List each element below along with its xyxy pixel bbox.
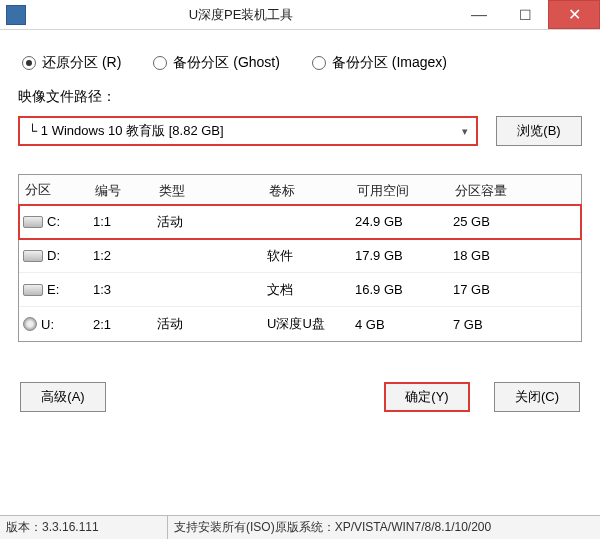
partition-table: 分区 编号 类型 卷标 可用空间 分区容量 C:1:1活动24.9 GB25 G… bbox=[18, 174, 582, 342]
table-header: 分区 编号 类型 卷标 可用空间 分区容量 bbox=[19, 175, 581, 205]
th-label[interactable]: 卷标 bbox=[263, 175, 351, 204]
window-title: U深度PE装机工具 bbox=[26, 6, 456, 24]
cell-partition: D: bbox=[47, 248, 60, 263]
radio-label: 备份分区 (Ghost) bbox=[173, 54, 280, 72]
cell-label: 文档 bbox=[267, 281, 355, 299]
radio-restore[interactable]: 还原分区 (R) bbox=[22, 54, 121, 72]
status-version: 版本：3.3.16.111 bbox=[0, 516, 168, 539]
content-area: 还原分区 (R) 备份分区 (Ghost) 备份分区 (Imagex) 映像文件… bbox=[0, 30, 600, 420]
cell-type: 活动 bbox=[157, 315, 267, 333]
radio-label: 还原分区 (R) bbox=[42, 54, 121, 72]
ok-button[interactable]: 确定(Y) bbox=[384, 382, 470, 412]
cell-partition: C: bbox=[47, 214, 60, 229]
table-row[interactable]: E:1:3文档16.9 GB17 GB bbox=[19, 273, 581, 307]
cell-type: 活动 bbox=[157, 213, 267, 231]
image-path-row: └ 1 Windows 10 教育版 [8.82 GB] ▾ 浏览(B) bbox=[18, 116, 582, 146]
cell-partition: U: bbox=[41, 317, 54, 332]
radio-icon bbox=[312, 56, 326, 70]
advanced-button[interactable]: 高级(A) bbox=[20, 382, 106, 412]
radio-icon bbox=[22, 56, 36, 70]
cell-number: 1:3 bbox=[93, 282, 157, 297]
close-button[interactable]: 关闭(C) bbox=[494, 382, 580, 412]
th-number[interactable]: 编号 bbox=[89, 175, 153, 204]
cell-avail: 16.9 GB bbox=[355, 282, 453, 297]
radio-label: 备份分区 (Imagex) bbox=[332, 54, 447, 72]
cell-number: 2:1 bbox=[93, 317, 157, 332]
th-partition[interactable]: 分区 bbox=[19, 175, 89, 204]
window-buttons: ― ☐ ✕ bbox=[456, 0, 600, 29]
hdd-icon bbox=[23, 250, 43, 262]
th-type[interactable]: 类型 bbox=[153, 175, 263, 204]
radio-backup-ghost[interactable]: 备份分区 (Ghost) bbox=[153, 54, 280, 72]
dropdown-value: └ 1 Windows 10 教育版 [8.82 GB] bbox=[28, 122, 224, 140]
table-row[interactable]: U:2:1活动U深度U盘4 GB7 GB bbox=[19, 307, 581, 341]
th-capacity[interactable]: 分区容量 bbox=[449, 175, 545, 204]
cell-capacity: 25 GB bbox=[453, 214, 549, 229]
th-avail[interactable]: 可用空间 bbox=[351, 175, 449, 204]
chevron-down-icon: ▾ bbox=[462, 125, 468, 138]
bottom-right-buttons: 确定(Y) 关闭(C) bbox=[384, 382, 580, 412]
cell-capacity: 18 GB bbox=[453, 248, 549, 263]
bottom-button-row: 高级(A) 确定(Y) 关闭(C) bbox=[18, 382, 582, 412]
mode-radio-group: 还原分区 (R) 备份分区 (Ghost) 备份分区 (Imagex) bbox=[18, 44, 582, 88]
cell-avail: 24.9 GB bbox=[355, 214, 453, 229]
browse-button[interactable]: 浏览(B) bbox=[496, 116, 582, 146]
hdd-icon bbox=[23, 284, 43, 296]
status-support: 支持安装所有(ISO)原版系统：XP/VISTA/WIN7/8/8.1/10/2… bbox=[168, 519, 600, 536]
cell-number: 1:2 bbox=[93, 248, 157, 263]
table-row[interactable]: D:1:2软件17.9 GB18 GB bbox=[19, 239, 581, 273]
app-icon bbox=[6, 5, 26, 25]
minimize-button[interactable]: ― bbox=[456, 0, 502, 29]
table-row[interactable]: C:1:1活动24.9 GB25 GB bbox=[19, 205, 581, 239]
table-body: C:1:1活动24.9 GB25 GBD:1:2软件17.9 GB18 GBE:… bbox=[19, 205, 581, 341]
cell-label: 软件 bbox=[267, 247, 355, 265]
cell-label: U深度U盘 bbox=[267, 315, 355, 333]
radio-icon bbox=[153, 56, 167, 70]
radio-backup-imagex[interactable]: 备份分区 (Imagex) bbox=[312, 54, 447, 72]
hdd-icon bbox=[23, 216, 43, 228]
image-path-dropdown[interactable]: └ 1 Windows 10 教育版 [8.82 GB] ▾ bbox=[18, 116, 478, 146]
optical-drive-icon bbox=[23, 317, 37, 331]
close-window-button[interactable]: ✕ bbox=[548, 0, 600, 29]
cell-partition: E: bbox=[47, 282, 59, 297]
cell-avail: 4 GB bbox=[355, 317, 453, 332]
image-path-label: 映像文件路径： bbox=[18, 88, 582, 106]
cell-capacity: 7 GB bbox=[453, 317, 549, 332]
maximize-button[interactable]: ☐ bbox=[502, 0, 548, 29]
titlebar: U深度PE装机工具 ― ☐ ✕ bbox=[0, 0, 600, 30]
cell-capacity: 17 GB bbox=[453, 282, 549, 297]
cell-avail: 17.9 GB bbox=[355, 248, 453, 263]
cell-number: 1:1 bbox=[93, 214, 157, 229]
statusbar: 版本：3.3.16.111 支持安装所有(ISO)原版系统：XP/VISTA/W… bbox=[0, 515, 600, 539]
